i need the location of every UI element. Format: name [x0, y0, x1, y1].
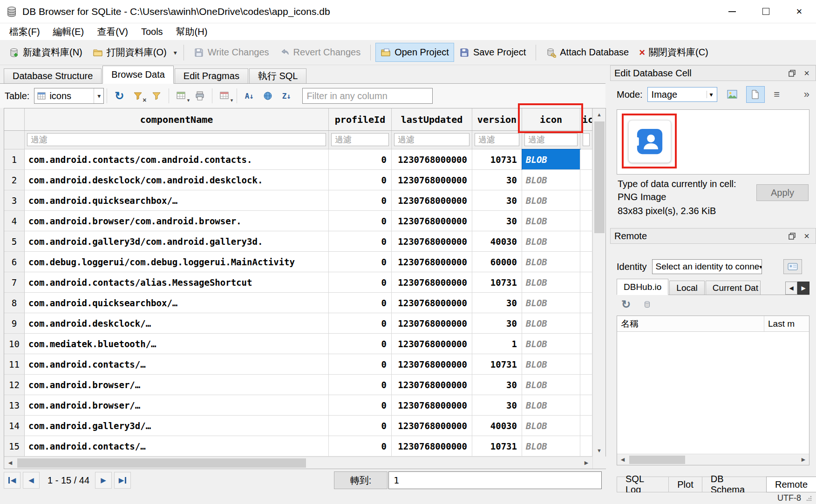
- cell-icon-blob[interactable]: BLOB: [522, 293, 580, 313]
- filter-icon[interactable]: 過濾: [524, 133, 578, 146]
- more-tools-chevron[interactable]: »: [804, 88, 809, 101]
- tab-dbhub[interactable]: DBHub.io: [617, 279, 668, 295]
- goto-button[interactable]: 轉到:: [334, 471, 388, 489]
- scroll-down-icon[interactable]: ▼: [593, 444, 605, 457]
- tab-remote[interactable]: Remote: [766, 477, 816, 492]
- close-panel-button[interactable]: ×: [802, 231, 812, 241]
- tab-edit-pragmas[interactable]: Edit Pragmas: [175, 68, 248, 83]
- menu-tools[interactable]: Tools: [135, 25, 170, 39]
- cell-componentName[interactable]: com.android.browser/…: [25, 375, 329, 395]
- filter-version[interactable]: 過濾: [475, 133, 519, 146]
- cell-version[interactable]: 10731: [472, 149, 522, 170]
- row-number[interactable]: 15: [4, 436, 25, 457]
- row-number[interactable]: 9: [4, 313, 25, 334]
- cell-profileId[interactable]: 0: [329, 252, 392, 272]
- cell-profileId[interactable]: 0: [329, 395, 392, 416]
- remote-scroll-thumb[interactable]: [629, 456, 685, 464]
- cell-lastUpdated[interactable]: 1230768000000: [392, 231, 472, 252]
- scroll-left-icon[interactable]: ◀: [4, 457, 16, 469]
- cell-version[interactable]: 10731: [472, 272, 522, 293]
- row-number[interactable]: 12: [4, 375, 25, 395]
- column-header-partial[interactable]: ic: [580, 108, 592, 130]
- cell-partial[interactable]: [580, 149, 592, 170]
- cell-version[interactable]: 30: [472, 211, 522, 231]
- cell-lastUpdated[interactable]: 1230768000000: [392, 170, 472, 190]
- cell-profileId[interactable]: 0: [329, 170, 392, 190]
- cell-version[interactable]: 30: [472, 313, 522, 334]
- column-header-version[interactable]: version: [472, 108, 522, 130]
- cell-version[interactable]: 30: [472, 395, 522, 416]
- cell-partial[interactable]: [580, 375, 592, 395]
- menu-view[interactable]: 查看(V): [90, 24, 135, 40]
- row-number[interactable]: 8: [4, 293, 25, 313]
- filter-any-column-input[interactable]: [302, 88, 433, 104]
- cell-icon-blob[interactable]: BLOB: [522, 190, 580, 211]
- cell-partial[interactable]: [580, 170, 592, 190]
- row-number[interactable]: 11: [4, 354, 25, 375]
- mode-select[interactable]: Image ▾: [647, 87, 717, 102]
- cell-partial[interactable]: [580, 190, 592, 211]
- cell-icon-blob[interactable]: BLOB: [522, 416, 580, 436]
- cell-componentName[interactable]: com.android.gallery3d/com.android.galler…: [25, 231, 329, 252]
- column-header-lastUpdated[interactable]: lastUpdated: [392, 108, 472, 130]
- cell-componentName[interactable]: com.android.contacts/alias.MessageShortc…: [25, 272, 329, 293]
- cell-partial[interactable]: [580, 252, 592, 272]
- cell-version[interactable]: 30: [472, 375, 522, 395]
- tab-execute-sql[interactable]: 執行 SQL: [249, 68, 307, 83]
- column-header-componentName[interactable]: componentName: [25, 108, 329, 130]
- filter-profileId[interactable]: 過濾: [331, 133, 389, 146]
- scroll-right-icon[interactable]: ▶: [580, 457, 592, 469]
- scroll-left-icon[interactable]: ◀: [617, 454, 628, 465]
- cell-icon-blob[interactable]: BLOB: [522, 375, 580, 395]
- row-number[interactable]: 1: [4, 149, 25, 170]
- identity-select[interactable]: Select an identity to conne ▾: [652, 259, 762, 274]
- clear-filters-button[interactable]: ×: [129, 87, 147, 105]
- column-header-profileId[interactable]: profileId: [329, 108, 392, 130]
- tab-sql-log[interactable]: SQL Log: [617, 477, 669, 492]
- cell-version[interactable]: 30: [472, 190, 522, 211]
- cell-lastUpdated[interactable]: 1230768000000: [392, 211, 472, 231]
- cell-lastUpdated[interactable]: 1230768000000: [392, 334, 472, 354]
- cell-partial[interactable]: [580, 416, 592, 436]
- cell-lastUpdated[interactable]: 1230768000000: [392, 293, 472, 313]
- cell-partial[interactable]: [580, 231, 592, 252]
- cell-icon-blob[interactable]: BLOB: [522, 149, 580, 170]
- encoding-button[interactable]: [258, 87, 277, 105]
- tab-current-database[interactable]: Current Dat: [706, 281, 761, 295]
- cell-lastUpdated[interactable]: 1230768000000: [392, 416, 472, 436]
- cell-componentName[interactable]: com.android.deskclock/com.android.deskcl…: [25, 170, 329, 190]
- cell-icon-blob[interactable]: BLOB: [522, 436, 580, 457]
- cell-lastUpdated[interactable]: 1230768000000: [392, 395, 472, 416]
- refresh-button[interactable]: ↻: [110, 87, 129, 105]
- cell-version[interactable]: 1: [472, 334, 522, 354]
- cell-profileId[interactable]: 0: [329, 354, 392, 375]
- cell-partial[interactable]: [580, 395, 592, 416]
- cell-profileId[interactable]: 0: [329, 313, 392, 334]
- close-panel-button[interactable]: ×: [802, 68, 812, 78]
- cell-partial[interactable]: [580, 313, 592, 334]
- table-select[interactable]: icons ▾: [34, 88, 104, 104]
- menu-help[interactable]: 幫助(H): [170, 24, 214, 40]
- tab-database-structure[interactable]: Database Structure: [4, 68, 102, 83]
- new-record-button[interactable]: ▾: [172, 87, 190, 105]
- sort-ascending-button[interactable]: A↓: [240, 87, 258, 105]
- cell-icon-blob[interactable]: BLOB: [522, 334, 580, 354]
- cell-lastUpdated[interactable]: 1230768000000: [392, 149, 472, 170]
- cell-profileId[interactable]: 0: [329, 190, 392, 211]
- row-number[interactable]: 3: [4, 190, 25, 211]
- horizontal-scroll-thumb[interactable]: [17, 458, 306, 468]
- cell-partial[interactable]: [580, 272, 592, 293]
- last-record-button[interactable]: ▶: [114, 472, 131, 489]
- remote-list-body[interactable]: [617, 332, 809, 454]
- tab-local[interactable]: Local: [669, 281, 704, 295]
- goto-record-input[interactable]: [388, 471, 602, 489]
- row-number[interactable]: 6: [4, 252, 25, 272]
- first-record-button[interactable]: ◀: [4, 472, 20, 489]
- cell-lastUpdated[interactable]: 1230768000000: [392, 252, 472, 272]
- text-view-button[interactable]: ≡: [768, 86, 786, 103]
- cell-profileId[interactable]: 0: [329, 149, 392, 170]
- horizontal-scrollbar[interactable]: ◀ ▶: [4, 457, 592, 469]
- cell-componentName[interactable]: com.android.quicksearchbox/…: [25, 190, 329, 211]
- cell-partial[interactable]: [580, 436, 592, 457]
- cell-lastUpdated[interactable]: 1230768000000: [392, 436, 472, 457]
